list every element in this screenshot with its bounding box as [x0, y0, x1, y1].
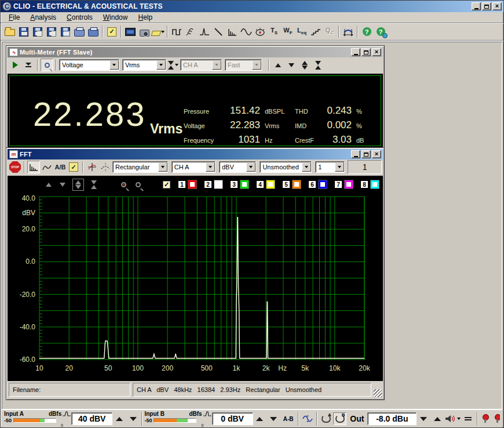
maximize-button[interactable] — [482, 2, 491, 10]
mm-maximize-button[interactable] — [361, 48, 371, 56]
input-a-gain-up-button[interactable] — [112, 412, 126, 425]
menu-file[interactable]: File — [4, 12, 24, 23]
out-level-up-button[interactable] — [430, 412, 444, 425]
readout-unit: dBSPL — [265, 108, 295, 115]
print-preview-icon[interactable] — [72, 25, 86, 39]
fft-close-button[interactable]: × — [372, 150, 381, 158]
autorange-wave-icon[interactable] — [301, 412, 315, 425]
minimize-button[interactable] — [472, 2, 481, 10]
mm-close-button[interactable]: × — [372, 48, 381, 56]
decay-icon[interactable] — [211, 25, 225, 39]
curve-slot-8: 8 — [360, 180, 379, 188]
mm-autoscale-button[interactable] — [298, 59, 311, 71]
menu-help[interactable]: Help — [133, 12, 157, 23]
menu-controls[interactable]: Controls — [62, 12, 97, 23]
fft-analyzer-icon[interactable] — [225, 25, 239, 39]
link-ab-button[interactable]: A-B — [280, 412, 297, 425]
leq-icon[interactable]: Leq — [295, 25, 309, 39]
input-b-gain-up-button[interactable] — [253, 412, 267, 425]
zoom-out-icon[interactable] — [136, 182, 141, 187]
loop-b-button[interactable]: B — [333, 412, 347, 425]
inout-range-icon[interactable] — [341, 25, 355, 39]
close-button[interactable]: × — [492, 2, 502, 10]
curve-slot-3-checkbox[interactable] — [240, 180, 249, 188]
mm-parameter-select[interactable]: Voltage — [59, 59, 119, 71]
open-file-icon[interactable] — [3, 25, 17, 39]
fft-channel-select[interactable]: CH A — [171, 161, 216, 173]
help-icon[interactable]: ? — [360, 25, 374, 39]
fft-phase-button[interactable] — [99, 161, 112, 173]
input-b-gain-down-button[interactable] — [266, 412, 280, 425]
svg-text:20k: 20k — [359, 364, 370, 372]
save-file-icon[interactable] — [17, 25, 31, 39]
yscale-up-button[interactable] — [46, 183, 52, 187]
mic-b-icon[interactable] — [493, 412, 500, 425]
readout-unit: % — [356, 122, 371, 129]
menu-analysis[interactable]: Analysis — [25, 12, 61, 23]
yscale-expand-button[interactable] — [72, 179, 84, 191]
yscale-collapse-button[interactable] — [91, 180, 97, 189]
curve-slot-4-checkbox[interactable] — [266, 180, 275, 188]
mm-collapse-button[interactable] — [312, 59, 324, 71]
waterfall-icon[interactable] — [184, 25, 198, 39]
loop-a-button[interactable]: A — [319, 412, 333, 425]
fft-averages-select[interactable]: 1 — [315, 161, 345, 173]
wf-icon[interactable]: WF — [281, 25, 295, 39]
mm-magnifier-toggle[interactable] — [41, 59, 53, 71]
curve-slot-2-checkbox[interactable] — [214, 180, 222, 188]
meter-readouts: Pressure 151.42 dBSPL THD 0.243 % Voltag… — [184, 105, 371, 146]
dc-output-icon[interactable] — [461, 412, 475, 425]
print-icon[interactable] — [86, 25, 100, 39]
mm-unit-select[interactable]: Vrms — [122, 59, 166, 71]
fft-notes-button[interactable]: ✓ — [67, 161, 80, 173]
generator-squarewave-icon[interactable] — [170, 25, 184, 39]
curve-slot-1-checkbox[interactable] — [188, 180, 196, 188]
stop-button[interactable]: STOP — [9, 161, 21, 173]
steps-icon[interactable] — [309, 25, 323, 39]
fft-minimize-button[interactable] — [351, 150, 360, 158]
fft-ab-compare-button[interactable]: A/B — [54, 161, 67, 173]
screenshot-camera-icon[interactable] — [137, 25, 151, 39]
main-curve-checkbox[interactable]: ✓ — [163, 181, 170, 188]
help-about-icon[interactable]: ? — [374, 25, 388, 39]
multimeter-titlebar[interactable]: ∿ Multi-Meter (FFT Slave) × — [8, 47, 383, 57]
mm-scale-down-button[interactable] — [285, 59, 298, 71]
mm-scale-up-button[interactable] — [272, 59, 284, 71]
export-graphics-icon[interactable]: ▲ — [59, 25, 72, 39]
zoom-in-icon[interactable]: + — [121, 182, 126, 187]
wow-flutter-icon[interactable] — [253, 25, 267, 39]
resize-grip[interactable] — [374, 389, 382, 397]
curve-slot-6-checkbox[interactable] — [319, 180, 327, 188]
fft-marker-button[interactable] — [86, 161, 98, 173]
mm-range-button[interactable] — [167, 59, 180, 71]
speaker-output-icon[interactable] — [444, 412, 461, 425]
mm-start-button[interactable] — [9, 59, 21, 71]
mic-a-icon[interactable] — [480, 412, 494, 425]
menu-window[interactable]: Window — [98, 12, 133, 23]
readout-unit: % — [356, 108, 371, 115]
movie-capture-icon[interactable] — [123, 25, 137, 39]
eraser-icon[interactable] — [151, 25, 165, 39]
fft-smoothing-select[interactable]: Unsmoothed — [260, 161, 312, 173]
fft-spectrum-plot[interactable]: 40.020.00.0-20.0-40.0-60.0dBV10205010020… — [8, 193, 383, 380]
mm-minimize-button[interactable] — [351, 48, 360, 56]
options-notes-icon[interactable]: ✓ — [105, 25, 119, 39]
fft-window-select[interactable]: Rectangular — [112, 161, 168, 173]
ts-parameters-icon[interactable]: TS — [267, 25, 281, 39]
mm-compact-button[interactable] — [22, 59, 35, 71]
curve-slot-5-checkbox[interactable] — [293, 180, 301, 188]
export-data-icon[interactable]: □ — [45, 25, 59, 39]
curve-slot-7-checkbox[interactable] — [345, 180, 353, 188]
sinusoidal-icon[interactable] — [239, 25, 253, 39]
fft-titlebar[interactable]: fft FFT × — [8, 149, 383, 159]
fft-unit-select[interactable]: dBV — [219, 161, 257, 173]
save-as-icon[interactable]: A — [31, 25, 45, 39]
fft-curve-view-button[interactable] — [41, 161, 53, 173]
input-a-gain-down-button[interactable] — [126, 412, 140, 425]
yscale-down-button[interactable] — [60, 183, 65, 187]
fft-bars-view-button[interactable] — [27, 161, 40, 173]
mls-impulse-icon[interactable] — [198, 25, 211, 39]
curve-slot-8-checkbox[interactable] — [371, 180, 379, 188]
fft-maximize-button[interactable] — [361, 150, 371, 158]
out-level-down-button[interactable] — [417, 412, 430, 425]
